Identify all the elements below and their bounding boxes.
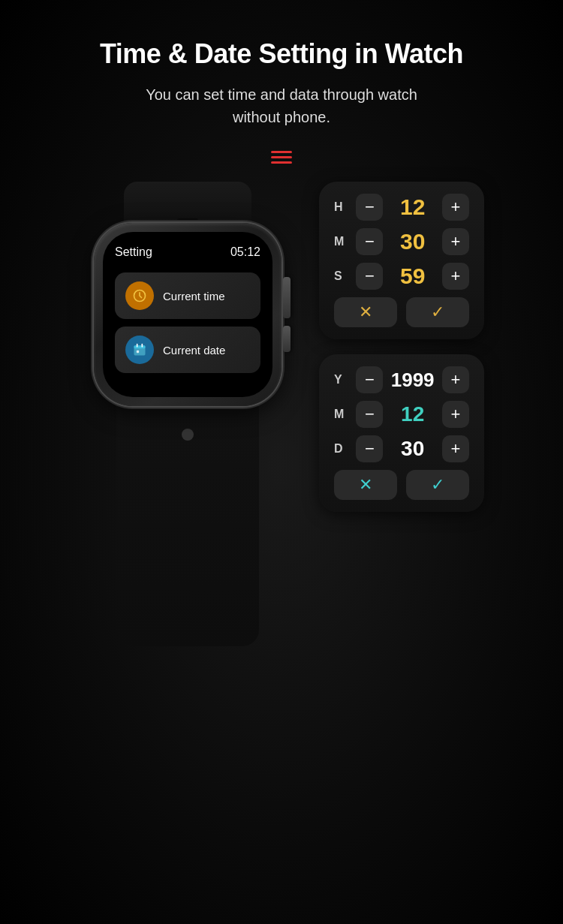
time-panel: H − 12 + M − 30 + S − 59 + xyxy=(319,182,484,339)
watch-body: Setting 05:12 Current time xyxy=(94,223,282,406)
d-plus-btn[interactable]: + xyxy=(442,435,469,462)
hamburger-icon xyxy=(271,151,292,164)
s-minus-btn[interactable]: − xyxy=(356,263,383,290)
h-value: 12 xyxy=(390,194,435,220)
h-minus-btn[interactable]: − xyxy=(356,194,383,221)
svg-rect-2 xyxy=(134,345,146,348)
svg-rect-5 xyxy=(137,351,139,353)
page-subtitle: You can set time and data through watchw… xyxy=(146,83,417,128)
time-row-s: S − 59 + xyxy=(334,263,469,290)
y-label: Y xyxy=(334,373,349,387)
date-panel-actions: ✕ ✓ xyxy=(334,470,469,500)
watch-screen-title: Setting xyxy=(115,245,152,259)
date-row-m: M − 12 + xyxy=(334,401,469,428)
h-plus-btn[interactable]: + xyxy=(442,194,469,221)
watch-menu-current-date[interactable]: Current date xyxy=(115,327,260,373)
date-row-y: Y − 1999 + xyxy=(334,366,469,393)
d-value: 30 xyxy=(390,437,435,461)
clock-icon xyxy=(125,281,154,310)
dm-plus-btn[interactable]: + xyxy=(442,401,469,428)
date-cancel-btn[interactable]: ✕ xyxy=(334,470,397,500)
d-minus-btn[interactable]: − xyxy=(356,435,383,462)
calendar-icon xyxy=(125,336,154,364)
content-row: Setting 05:12 Current time xyxy=(15,182,548,646)
watch-button-bottom[interactable] xyxy=(283,326,291,352)
watch-button-top[interactable] xyxy=(283,277,291,318)
dm-label: M xyxy=(334,408,349,421)
page-container: Time & Date Setting in Watch You can set… xyxy=(0,0,563,924)
watch-container: Setting 05:12 Current time xyxy=(79,182,297,646)
current-date-label: Current date xyxy=(163,344,225,357)
dm-minus-btn[interactable]: − xyxy=(356,401,383,428)
y-value: 1999 xyxy=(390,369,435,392)
m-value: 30 xyxy=(390,229,435,254)
m-plus-btn[interactable]: + xyxy=(442,228,469,255)
h-label: H xyxy=(334,200,349,214)
watch-screen-time: 05:12 xyxy=(230,245,260,259)
s-plus-btn[interactable]: + xyxy=(442,263,469,290)
date-row-d: D − 30 + xyxy=(334,435,469,462)
dm-value: 12 xyxy=(390,402,435,426)
y-minus-btn[interactable]: − xyxy=(356,366,383,393)
watch-buttons xyxy=(283,277,291,352)
watch-screen-header: Setting 05:12 xyxy=(115,245,260,259)
current-time-label: Current time xyxy=(163,290,225,302)
time-row-h: H − 12 + xyxy=(334,194,469,221)
watch-case: Setting 05:12 Current time xyxy=(94,223,282,406)
time-cancel-btn[interactable]: ✕ xyxy=(334,297,397,327)
date-panel: Y − 1999 + M − 12 + D − 30 + xyxy=(319,354,484,512)
m-minus-btn[interactable]: − xyxy=(356,228,383,255)
s-label: S xyxy=(334,269,349,283)
watch-menu-current-time[interactable]: Current time xyxy=(115,272,260,319)
m-label: M xyxy=(334,235,349,248)
watch-strap-top xyxy=(124,182,251,223)
s-value: 59 xyxy=(390,263,435,289)
d-label: D xyxy=(334,442,349,456)
time-confirm-btn[interactable]: ✓ xyxy=(406,297,469,327)
page-title: Time & Date Setting in Watch xyxy=(100,38,463,70)
watch-strap-bottom xyxy=(116,406,259,646)
y-plus-btn[interactable]: + xyxy=(442,366,469,393)
time-row-m: M − 30 + xyxy=(334,228,469,255)
watch-screen: Setting 05:12 Current time xyxy=(103,232,272,397)
time-panel-actions: ✕ ✓ xyxy=(334,297,469,327)
date-confirm-btn[interactable]: ✓ xyxy=(406,470,469,500)
panels-column: H − 12 + M − 30 + S − 59 + xyxy=(319,182,484,512)
